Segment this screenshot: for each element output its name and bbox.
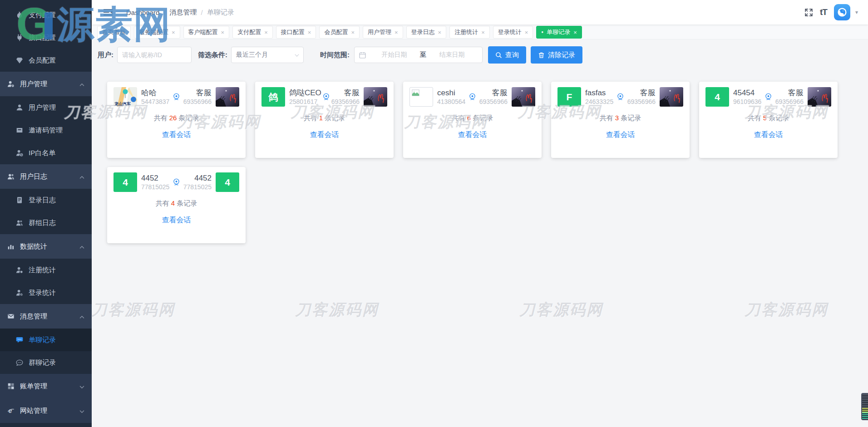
view-session-link[interactable]: 查看会话: [557, 130, 683, 140]
users-icon: [7, 173, 15, 181]
search-button[interactable]: 查询: [488, 46, 526, 64]
range-filter-label: 时间范围:: [320, 51, 350, 59]
grid-blocks-icon: [7, 383, 15, 390]
sidebar-item-login-stats[interactable]: 登录统计: [0, 281, 92, 304]
chat-record-card: 4 45454 96109636 客服 69356966: [699, 82, 838, 158]
close-icon[interactable]: ×: [264, 29, 268, 35]
sidebar-item-api-config[interactable]: 接口配置: [0, 26, 92, 49]
breadcrumb-home[interactable]: Dashboard: [126, 9, 159, 16]
clear-records-button[interactable]: 清除记录: [531, 46, 582, 64]
sidebar-item-group-log[interactable]: 群组日志: [0, 211, 92, 234]
user-name: 鸽哒CEO: [289, 88, 321, 98]
tab-register-stats[interactable]: 注册统计 ×: [449, 26, 490, 39]
close-icon[interactable]: ×: [438, 29, 442, 35]
breadcrumb-section[interactable]: 消息管理: [170, 8, 197, 17]
condition-select[interactable]: 最近三个月: [231, 47, 304, 63]
start-date-placeholder: 开始日期: [369, 51, 420, 59]
close-icon[interactable]: ×: [351, 29, 355, 35]
tab-label: 接口配置: [281, 28, 305, 36]
webcam-icon: [465, 93, 479, 101]
equalizer-stripes-gray: [862, 394, 868, 408]
tab-server-config[interactable]: 服务端配置 ×: [134, 26, 180, 39]
sidebar-item-label: 注册统计: [29, 266, 56, 275]
caret-down-icon[interactable]: ▾: [855, 9, 858, 15]
fullscreen-icon[interactable]: [804, 8, 813, 17]
mini-equalizer-widget[interactable]: [861, 393, 868, 420]
menu-fold-icon[interactable]: [104, 8, 113, 16]
sidebar-item-label: 用户管理: [29, 103, 56, 112]
view-session-link[interactable]: 查看会话: [261, 130, 387, 140]
sidebar-item-group-chat-records[interactable]: 群聊记录: [0, 351, 92, 374]
tab-label: 服务端配置: [139, 28, 168, 36]
chevron-up-icon: [79, 243, 84, 250]
user-name: 4452: [141, 173, 169, 183]
site-watermark: 刀客源码网: [745, 299, 829, 320]
user-id: 77815025: [141, 183, 169, 191]
sidebar-item-label: 群聊记录: [29, 358, 56, 367]
user-avatar-letter: 4: [705, 87, 729, 107]
sidebar-group-website-management[interactable]: e 网站管理: [0, 398, 92, 423]
sidebar-item-user-management[interactable]: 用户管理: [0, 96, 92, 119]
tab-user-management[interactable]: 用户管理 ×: [363, 26, 403, 39]
view-session-link[interactable]: 查看会话: [705, 130, 831, 140]
webcam-icon: [169, 93, 183, 101]
close-icon[interactable]: ×: [308, 29, 311, 35]
chat-record-card: ceshi 41380564 客服 69356966 共有: [403, 82, 542, 158]
user-search-input[interactable]: [117, 47, 192, 63]
close-icon[interactable]: ×: [395, 29, 398, 35]
close-icon[interactable]: ×: [481, 29, 485, 35]
sidebar-item-payment-config[interactable]: 支付配置: [0, 4, 92, 26]
view-session-link[interactable]: 查看会话: [113, 130, 239, 140]
tab-label: 首页看板: [102, 28, 126, 36]
sidebar-item-login-log[interactable]: 登录日志: [0, 189, 92, 211]
close-icon[interactable]: ×: [221, 29, 225, 35]
ie-globe-icon: e: [7, 407, 15, 415]
condition-filter-label: 筛选条件:: [198, 51, 227, 59]
date-range-picker[interactable]: 开始日期 至 结束日期: [354, 47, 483, 63]
webcam-icon: [613, 93, 627, 101]
sidebar-group-message-management[interactable]: 消息管理: [0, 304, 92, 329]
sidebar-group-label: 用户日志: [20, 172, 47, 181]
service-name: 客服: [183, 88, 212, 98]
tab-label: 支付配置: [237, 28, 261, 36]
close-icon[interactable]: ×: [172, 29, 175, 35]
user-avatar[interactable]: [834, 4, 850, 20]
plug-icon: [15, 34, 23, 42]
sidebar-item-invite-code[interactable]: 邀请码管理: [0, 119, 92, 142]
tab-client-config[interactable]: 客户端配置 ×: [183, 26, 230, 39]
sidebar-item-member-config[interactable]: 会员配置: [0, 49, 92, 72]
service-name: 客服: [479, 88, 508, 98]
close-icon[interactable]: ×: [573, 29, 577, 35]
sidebar-group-user-management[interactable]: 用户管理: [0, 72, 92, 96]
record-count: 共有3条记录: [557, 114, 683, 123]
svg-text:e: e: [8, 407, 12, 414]
service-name: 客服: [331, 88, 360, 98]
sidebar-group-user-logs[interactable]: 用户日志: [0, 164, 92, 189]
sidebar-group-data-stats[interactable]: 数据统计: [0, 234, 92, 259]
search-icon: [495, 52, 502, 59]
breadcrumb-separator: /: [201, 9, 203, 16]
tab-home-board[interactable]: 首页看板: [97, 26, 131, 39]
tab-login-stats[interactable]: 登录统计 ×: [493, 26, 533, 39]
sidebar-item-register-stats[interactable]: 注册统计: [0, 259, 92, 281]
font-size-icon[interactable]: tT: [820, 7, 827, 17]
close-icon[interactable]: ×: [525, 29, 528, 35]
envelope-icon: [7, 313, 15, 320]
sidebar-group-bill-management[interactable]: 账单管理: [0, 374, 92, 398]
tab-member-config[interactable]: 会员配置 ×: [319, 26, 360, 39]
tab-label: 单聊记录: [547, 28, 570, 36]
user-id: 25801617: [289, 98, 321, 106]
tab-login-log[interactable]: 登录日志 ×: [406, 26, 447, 39]
tab-api-config[interactable]: 接口配置 ×: [276, 26, 316, 39]
chat-bubble-icon: [15, 359, 23, 367]
chat-dots-icon: [15, 336, 23, 344]
sidebar-item-single-chat-records[interactable]: 单聊记录: [0, 329, 92, 351]
clear-records-button-label: 清除记录: [548, 51, 575, 59]
tab-single-chat-records-active[interactable]: ● 单聊记录 ×: [536, 26, 582, 39]
sidebar-group-label: 消息管理: [20, 312, 47, 321]
record-count: 共有26条记录: [113, 114, 239, 123]
view-session-link[interactable]: 查看会话: [409, 130, 535, 140]
tab-payment-config[interactable]: 支付配置 ×: [232, 26, 273, 39]
view-session-link[interactable]: 查看会话: [113, 216, 239, 225]
sidebar-item-ip-whitelist[interactable]: IP白名单: [0, 142, 92, 164]
